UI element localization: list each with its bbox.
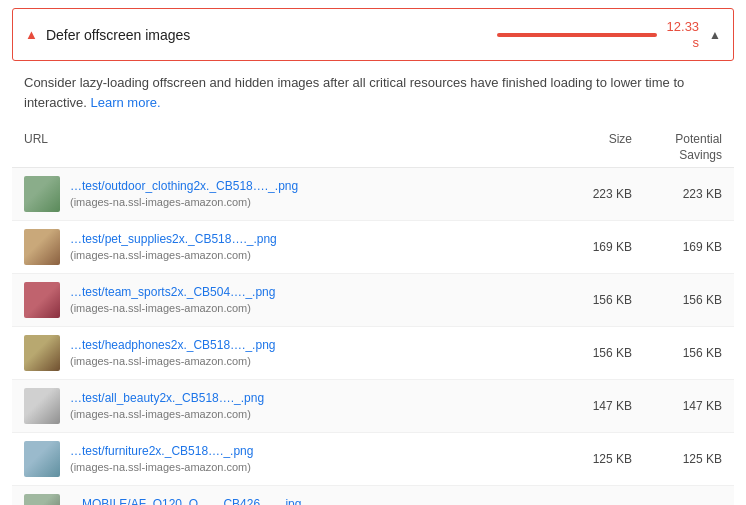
url-main: …test/pet_supplies2x._CB518…._.png	[70, 232, 277, 246]
url-cell: …test/headphones2x._CB518…._.png (images…	[24, 335, 542, 371]
audit-title: Defer offscreen images	[46, 27, 190, 43]
table-row: …test/team_sports2x._CB504…._.png (image…	[12, 274, 734, 327]
url-cell: …MOBILE/AF_Q120_Q….._CB426…._.jpg (image…	[24, 494, 542, 505]
url-text: …test/headphones2x._CB518…._.png (images…	[70, 337, 275, 371]
url-text: …MOBILE/AF_Q120_Q….._CB426…._.jpg (image…	[70, 496, 301, 505]
url-cell: …test/outdoor_clothing2x._CB518…._.png (…	[24, 176, 542, 212]
url-text: …test/all_beauty2x._CB518…._.png (images…	[70, 390, 264, 424]
savings-cell: 156 KB	[632, 293, 722, 307]
warning-icon: ▲	[25, 27, 38, 42]
size-cell: 169 KB	[542, 240, 632, 254]
size-cell: 156 KB	[542, 293, 632, 307]
thumbnail-mobile	[24, 494, 60, 505]
thumbnail-sports	[24, 282, 60, 318]
timing-bar	[497, 33, 657, 37]
savings-cell: 125 KB	[632, 452, 722, 466]
url-domain: (images-na.ssl-images-amazon.com)	[70, 249, 251, 261]
size-cell: 156 KB	[542, 346, 632, 360]
url-main: …test/outdoor_clothing2x._CB518…._.png	[70, 179, 298, 193]
savings-cell: 169 KB	[632, 240, 722, 254]
size-cell: 147 KB	[542, 399, 632, 413]
url-text: …test/pet_supplies2x._CB518…._.png (imag…	[70, 231, 277, 265]
thumbnail-pet	[24, 229, 60, 265]
size-cell: 223 KB	[542, 187, 632, 201]
url-main: …test/furniture2x._CB518…._.png	[70, 444, 253, 458]
url-text: …test/outdoor_clothing2x._CB518…._.png (…	[70, 178, 298, 212]
url-cell: …test/pet_supplies2x._CB518…._.png (imag…	[24, 229, 542, 265]
thumbnail-furniture	[24, 441, 60, 477]
savings-cell: 156 KB	[632, 346, 722, 360]
table-row: …test/furniture2x._CB518…._.png (images-…	[12, 433, 734, 486]
table-row: …test/all_beauty2x._CB518…._.png (images…	[12, 380, 734, 433]
table-row: …test/outdoor_clothing2x._CB518…._.png (…	[12, 168, 734, 221]
table-row: …test/pet_supplies2x._CB518…._.png (imag…	[12, 221, 734, 274]
col-header-url: URL	[24, 132, 542, 163]
thumbnail-headphones	[24, 335, 60, 371]
learn-more-link[interactable]: Learn more.	[91, 95, 161, 110]
url-cell: …test/furniture2x._CB518…._.png (images-…	[24, 441, 542, 477]
header-left: ▲ Defer offscreen images	[25, 27, 190, 43]
url-domain: (images-na.ssl-images-amazon.com)	[70, 461, 251, 473]
audit-description: Consider lazy-loading offscreen and hidd…	[0, 61, 746, 128]
url-domain: (images-na.ssl-images-amazon.com)	[70, 355, 251, 367]
table-row: …test/headphones2x._CB518…._.png (images…	[12, 327, 734, 380]
url-main: …MOBILE/AF_Q120_Q….._CB426…._.jpg	[70, 497, 301, 505]
savings-cell: 147 KB	[632, 399, 722, 413]
size-cell: 125 KB	[542, 452, 632, 466]
timing-bar-fill	[497, 33, 657, 37]
url-domain: (images-na.ssl-images-amazon.com)	[70, 196, 251, 208]
url-text: …test/furniture2x._CB518…._.png (images-…	[70, 443, 253, 477]
table-row: …MOBILE/AF_Q120_Q….._CB426…._.jpg (image…	[12, 486, 734, 505]
url-main: …test/team_sports2x._CB504…._.png	[70, 285, 275, 299]
url-domain: (images-na.ssl-images-amazon.com)	[70, 408, 251, 420]
col-header-size: Size	[542, 132, 632, 163]
url-cell: …test/team_sports2x._CB504…._.png (image…	[24, 282, 542, 318]
savings-cell: 223 KB	[632, 187, 722, 201]
url-main: …test/headphones2x._CB518…._.png	[70, 338, 275, 352]
thumbnail-beauty	[24, 388, 60, 424]
url-text: …test/team_sports2x._CB504…._.png (image…	[70, 284, 275, 318]
collapse-icon[interactable]: ▲	[709, 28, 721, 42]
url-main: …test/all_beauty2x._CB518…._.png	[70, 391, 264, 405]
audit-header: ▲ Defer offscreen images 12.33s ▲	[12, 8, 734, 61]
results-table: URL Size PotentialSavings …test/outdoor_…	[12, 128, 734, 505]
url-cell: …test/all_beauty2x._CB518…._.png (images…	[24, 388, 542, 424]
url-domain: (images-na.ssl-images-amazon.com)	[70, 302, 251, 314]
table-header: URL Size PotentialSavings	[12, 128, 734, 168]
col-header-savings: PotentialSavings	[632, 132, 722, 163]
timing-value: 12.33s	[667, 19, 700, 50]
header-right: 12.33s ▲	[497, 19, 721, 50]
thumbnail-outdoor	[24, 176, 60, 212]
